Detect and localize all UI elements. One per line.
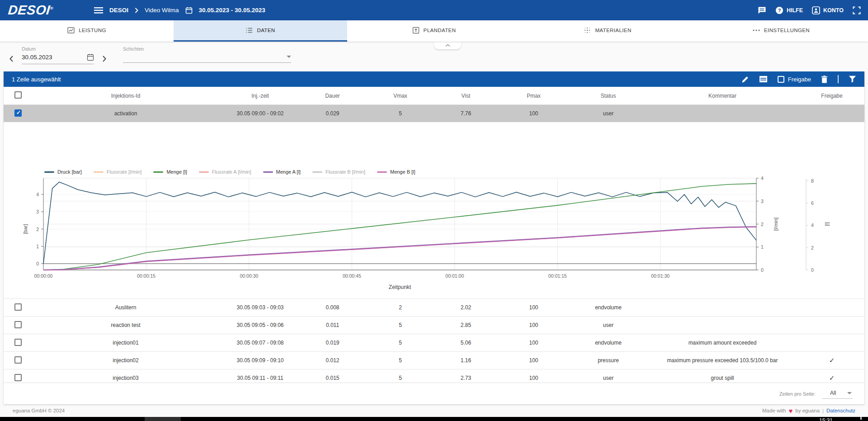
header-vist[interactable]: Vist	[435, 93, 496, 99]
table-row[interactable]: reaction test30.05 09:05 - 09:060.01152.…	[4, 317, 864, 334]
cell-vist: 2.73	[435, 375, 496, 381]
cell-status: user	[571, 110, 646, 117]
cell-zeit: 30.05 09:09 - 09:10	[221, 357, 300, 364]
legend-item[interactable]: Druck [bar]	[44, 169, 82, 175]
table-view-icon[interactable]	[759, 76, 768, 83]
rows-per-page-label: Zeilen pro Seite:	[779, 391, 816, 397]
cell-status: pressure	[571, 357, 646, 364]
cell-pmax: 100	[496, 357, 571, 364]
pagination-bar: Zeilen pro Seite: All	[4, 383, 864, 404]
row-checkbox[interactable]	[14, 356, 22, 364]
tab-einstellungen[interactable]: EINSTELLUNGEN	[694, 20, 868, 42]
header-vmax[interactable]: Vmax	[365, 93, 435, 99]
cell-zeit: 30.05 09:05 - 09:06	[221, 322, 300, 328]
table-row-selected[interactable]: activation 30.05 09:00 - 09:02 0.029 5 7…	[4, 105, 864, 122]
edit-pencil-icon[interactable]	[741, 76, 749, 83]
cell-zeit: 30.05 09:03 - 09:03	[221, 304, 300, 311]
breadcrumb-page[interactable]: Video Wilma	[145, 7, 179, 14]
legend-item[interactable]: Menge A [l]	[263, 169, 301, 175]
chevron-right-icon	[135, 8, 138, 13]
row-checkbox[interactable]	[14, 303, 22, 311]
tab-materialien[interactable]: MATERIALIEN	[521, 20, 694, 42]
privacy-link[interactable]: Datenschutz	[826, 408, 855, 413]
hamburger-menu-icon[interactable]	[94, 7, 103, 14]
chevron-up-icon	[445, 44, 450, 47]
legend-item[interactable]: Flussrate B [l/min]	[312, 169, 365, 175]
tab-leistung[interactable]: LEISTUNG	[0, 20, 174, 42]
next-date-button[interactable]	[100, 55, 108, 62]
legend-swatch-icon	[312, 171, 322, 173]
tab-label: PLANDATEN	[424, 28, 456, 33]
chart-legend: Druck [bar]Flussrate [l/min]Menge [l]Flu…	[44, 169, 415, 175]
date-field[interactable]: Datum 30.05.2023	[22, 46, 94, 64]
account-button[interactable]: KONTO	[812, 6, 844, 14]
delete-trash-icon[interactable]	[821, 76, 828, 83]
tab-plandaten[interactable]: PLANDATEN	[347, 20, 521, 42]
header-injektions-id[interactable]: Injektions-Id	[31, 93, 221, 99]
table-row[interactable]: injection0130.05 09:07 - 09:080.01955.06…	[4, 334, 864, 352]
tab-label: DATEN	[257, 28, 275, 33]
chat-icon[interactable]	[758, 6, 766, 14]
svg-text:00:00:15: 00:00:15	[137, 273, 156, 279]
previous-date-button[interactable]	[7, 55, 15, 62]
date-value[interactable]: 30.05.2023	[22, 54, 87, 61]
cell-id: activation	[31, 110, 221, 117]
legend-item[interactable]: Menge [l]	[153, 169, 187, 175]
header-pmax[interactable]: Pmax	[496, 93, 571, 99]
table-row[interactable]: Auslitern30.05 09:03 - 09:030.00822.0210…	[4, 299, 864, 317]
header-freigabe[interactable]: Freigabe	[799, 93, 864, 99]
shift-select-field[interactable]: Schichten	[123, 46, 291, 63]
breadcrumb-daterange[interactable]: 30.05.2023 - 30.05.2023	[199, 7, 265, 14]
heart-icon: ♥	[788, 407, 793, 415]
header-status[interactable]: Status	[571, 93, 646, 99]
table-body: Auslitern30.05 09:03 - 09:030.00822.0210…	[4, 298, 864, 383]
rows-per-page-select[interactable]: All	[822, 388, 853, 399]
legend-swatch-icon	[153, 171, 163, 173]
legend-swatch-icon	[199, 171, 209, 173]
calendar-picker-icon[interactable]	[87, 53, 94, 61]
cell-freigabe: ✓	[799, 356, 864, 364]
dropdown-arrow-icon[interactable]	[287, 56, 291, 58]
header-inj-zeit[interactable]: Inj.-zeit	[221, 93, 300, 99]
shift-label: Schichten	[123, 46, 291, 52]
svg-text:4: 4	[36, 192, 39, 197]
breadcrumb-app[interactable]: DESOI	[109, 7, 128, 14]
header-dauer[interactable]: Dauer	[300, 93, 365, 99]
copyright-text: eguana GmbH © 2024	[13, 408, 65, 413]
svg-text:8: 8	[811, 178, 814, 184]
cell-dauer: 0.012	[300, 357, 365, 364]
table-row[interactable]: injection0330.05 09:11 - 09:110.01552.73…	[4, 369, 864, 383]
chart-spacer	[4, 122, 864, 168]
header-kommentar[interactable]: Kommentar	[646, 93, 799, 99]
tab-label: MATERIALIEN	[595, 28, 631, 33]
filter-funnel-icon[interactable]	[849, 76, 856, 83]
cell-kommentar: grout spill	[646, 375, 799, 381]
row-checkbox[interactable]	[14, 321, 22, 328]
legend-item[interactable]: Menge B [l]	[377, 169, 415, 175]
legend-item[interactable]: Flussrate A [l/min]	[199, 169, 251, 175]
freigabe-filter-toggle[interactable]: Freigabe	[778, 76, 811, 83]
main-tabs: LEISTUNG DATEN PLANDATEN MATERIALIEN EIN…	[0, 20, 868, 42]
toolbar-divider	[838, 75, 839, 83]
collapse-filter-button[interactable]	[434, 42, 461, 49]
legend-label: Flussrate A [l/min]	[212, 169, 251, 175]
legend-item[interactable]: Flussrate [l/min]	[94, 169, 142, 175]
row-checkbox[interactable]	[14, 374, 22, 381]
calendar-icon	[185, 7, 193, 14]
account-icon	[812, 6, 820, 14]
dropdown-arrow-icon	[847, 392, 852, 394]
help-button[interactable]: ? HILFE	[775, 6, 803, 14]
freigabe-checkbox[interactable]	[778, 76, 784, 83]
cell-id: injection01	[31, 340, 221, 346]
svg-text:0: 0	[811, 267, 814, 273]
footer-divider: |	[822, 408, 824, 413]
made-with-text: Made with	[762, 408, 786, 413]
fullscreen-icon[interactable]	[853, 6, 861, 14]
select-all-checkbox[interactable]	[14, 91, 22, 99]
cell-id: injection02	[31, 357, 221, 364]
tab-daten[interactable]: DATEN	[174, 20, 347, 42]
row-checkbox[interactable]	[14, 109, 22, 117]
list-icon	[245, 27, 253, 34]
row-checkbox[interactable]	[14, 339, 22, 346]
table-row[interactable]: injection0230.05 09:09 - 09:100.01251.16…	[4, 352, 864, 369]
